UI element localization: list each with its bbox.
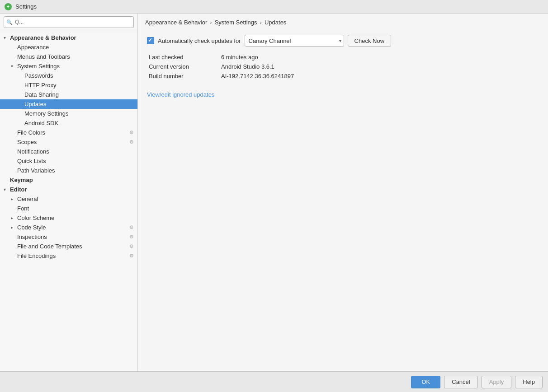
search-input[interactable]	[4, 16, 134, 28]
sidebar-item-file-encodings[interactable]: File Encodings⚙	[0, 251, 137, 261]
sidebar-label-android-sdk: Android SDK	[24, 120, 134, 126]
breadcrumb-part-2: System Settings	[215, 19, 257, 26]
sidebar-item-editor[interactable]: Editor	[0, 185, 137, 194]
main-container: 🔍 Appearance & BehaviorAppearanceMenus a…	[0, 14, 548, 371]
sidebar-label-color-scheme: Color Scheme	[17, 215, 134, 221]
sidebar-item-file-colors[interactable]: File Colors⚙	[0, 128, 137, 137]
settings-icon-inspections: ⚙	[129, 234, 134, 240]
breadcrumb-sep-2: ›	[260, 19, 262, 26]
settings-icon-file-colors: ⚙	[129, 130, 134, 135]
channel-select[interactable]: Canary ChannelDev ChannelBeta ChannelSta…	[245, 35, 344, 47]
sidebar-label-general: General	[17, 196, 134, 202]
sidebar-label-data-sharing: Data Sharing	[24, 91, 134, 98]
expand-arrow-general	[11, 196, 17, 201]
help-button[interactable]: Help	[515, 376, 543, 388]
sidebar-item-system-settings[interactable]: System Settings	[0, 61, 137, 71]
sidebar-item-code-style[interactable]: Code Style⚙	[0, 223, 137, 232]
sidebar-item-scopes[interactable]: Scopes⚙	[0, 137, 137, 147]
auto-update-label: Automatically check updates for	[158, 37, 241, 44]
info-value-1: Android Studio 3.6.1	[221, 63, 274, 70]
info-row-1: Current versionAndroid Studio 3.6.1	[149, 63, 539, 70]
sidebar-label-editor: Editor	[10, 186, 134, 193]
info-key-1: Current version	[149, 63, 221, 70]
info-table: Last checked6 minutes agoCurrent version…	[149, 54, 539, 79]
info-row-2: Build numberAI-192.7142.36.36.6241897	[149, 73, 539, 79]
settings-icon-scopes: ⚙	[129, 139, 134, 145]
sidebar-item-general[interactable]: General	[0, 194, 137, 204]
sidebar-label-scopes: Scopes	[17, 139, 128, 145]
settings-icon-file-encodings: ⚙	[129, 253, 134, 259]
content-body: Automatically check updates for Canary C…	[138, 29, 548, 371]
sidebar-label-appearance-behavior: Appearance & Behavior	[10, 34, 134, 41]
sidebar: 🔍 Appearance & BehaviorAppearanceMenus a…	[0, 14, 138, 371]
sidebar-label-updates: Updates	[24, 101, 134, 107]
expand-arrow-appearance-behavior	[4, 35, 10, 40]
sidebar-item-notifications[interactable]: Notifications	[0, 147, 137, 156]
sidebar-label-file-encodings: File Encodings	[17, 252, 128, 259]
window-title: Settings	[15, 3, 37, 10]
sidebar-item-color-scheme[interactable]: Color Scheme	[0, 213, 137, 223]
sidebar-label-http-proxy: HTTP Proxy	[24, 82, 134, 89]
expand-arrow-system-settings	[11, 64, 17, 69]
sidebar-item-inspections[interactable]: Inspections⚙	[0, 232, 137, 242]
apply-button[interactable]: Apply	[482, 376, 512, 388]
info-key-0: Last checked	[149, 54, 221, 61]
sidebar-item-updates[interactable]: Updates	[0, 99, 137, 109]
sidebar-label-code-style: Code Style	[17, 224, 128, 231]
ok-button[interactable]: OK	[411, 376, 440, 388]
settings-icon-code-style: ⚙	[129, 224, 134, 230]
sidebar-label-font: Font	[17, 205, 134, 212]
sidebar-item-android-sdk[interactable]: Android SDK	[0, 118, 137, 128]
view-edit-link[interactable]: View/edit ignored updates	[147, 91, 214, 98]
info-row-0: Last checked6 minutes ago	[149, 54, 539, 61]
breadcrumb: Appearance & Behavior › System Settings …	[138, 14, 548, 29]
sidebar-item-font[interactable]: Font	[0, 204, 137, 213]
auto-update-row: Automatically check updates for Canary C…	[147, 35, 539, 47]
breadcrumb-sep-1: ›	[210, 19, 212, 26]
search-icon: 🔍	[6, 19, 13, 25]
sidebar-label-memory-settings: Memory Settings	[24, 110, 134, 117]
expand-arrow-color-scheme	[11, 215, 17, 220]
app-icon: ✦	[5, 3, 12, 10]
info-value-0: 6 minutes ago	[221, 54, 258, 61]
search-container: 🔍	[0, 14, 137, 31]
breadcrumb-part-3: Updates	[265, 19, 286, 26]
breadcrumb-part-1: Appearance & Behavior	[145, 19, 207, 26]
sidebar-label-path-variables: Path Variables	[17, 167, 134, 174]
sidebar-item-path-variables[interactable]: Path Variables	[0, 166, 137, 175]
sidebar-label-inspections: Inspections	[17, 233, 128, 240]
sidebar-label-system-settings: System Settings	[17, 63, 134, 70]
sidebar-item-memory-settings[interactable]: Memory Settings	[0, 109, 137, 118]
sidebar-label-notifications: Notifications	[17, 148, 134, 155]
check-now-button[interactable]: Check Now	[348, 35, 391, 47]
settings-icon-file-code-templates: ⚙	[129, 243, 134, 249]
sidebar-item-keymap[interactable]: Keymap	[0, 175, 137, 185]
info-value-2: AI-192.7142.36.36.6241897	[221, 73, 294, 79]
info-key-2: Build number	[149, 73, 221, 79]
sidebar-label-keymap: Keymap	[10, 177, 134, 183]
sidebar-label-file-code-templates: File and Code Templates	[17, 243, 128, 250]
sidebar-item-data-sharing[interactable]: Data Sharing	[0, 90, 137, 99]
sidebar-item-menus-toolbars[interactable]: Menus and Toolbars	[0, 52, 137, 61]
expand-arrow-code-style	[11, 225, 17, 230]
content-area: Appearance & Behavior › System Settings …	[138, 14, 548, 371]
channel-select-wrapper: Canary ChannelDev ChannelBeta ChannelSta…	[245, 35, 344, 47]
sidebar-item-file-code-templates[interactable]: File and Code Templates⚙	[0, 242, 137, 251]
expand-arrow-editor	[4, 187, 10, 192]
sidebar-label-passwords: Passwords	[24, 72, 134, 79]
cancel-button[interactable]: Cancel	[444, 376, 477, 388]
sidebar-label-file-colors: File Colors	[17, 129, 128, 136]
sidebar-item-appearance[interactable]: Appearance	[0, 42, 137, 52]
title-bar: ✦ Settings	[0, 0, 548, 14]
sidebar-label-quick-lists: Quick Lists	[17, 158, 134, 164]
sidebar-label-appearance: Appearance	[17, 44, 134, 51]
sidebar-item-quick-lists[interactable]: Quick Lists	[0, 156, 137, 166]
search-wrapper: 🔍	[4, 16, 134, 28]
sidebar-tree: Appearance & BehaviorAppearanceMenus and…	[0, 31, 137, 371]
sidebar-item-appearance-behavior[interactable]: Appearance & Behavior	[0, 33, 137, 42]
sidebar-item-http-proxy[interactable]: HTTP Proxy	[0, 80, 137, 90]
bottom-bar: OK Cancel Apply Help	[0, 371, 548, 392]
sidebar-item-passwords[interactable]: Passwords	[0, 71, 137, 80]
auto-update-checkbox[interactable]	[147, 37, 154, 44]
sidebar-label-menus-toolbars: Menus and Toolbars	[17, 53, 134, 60]
